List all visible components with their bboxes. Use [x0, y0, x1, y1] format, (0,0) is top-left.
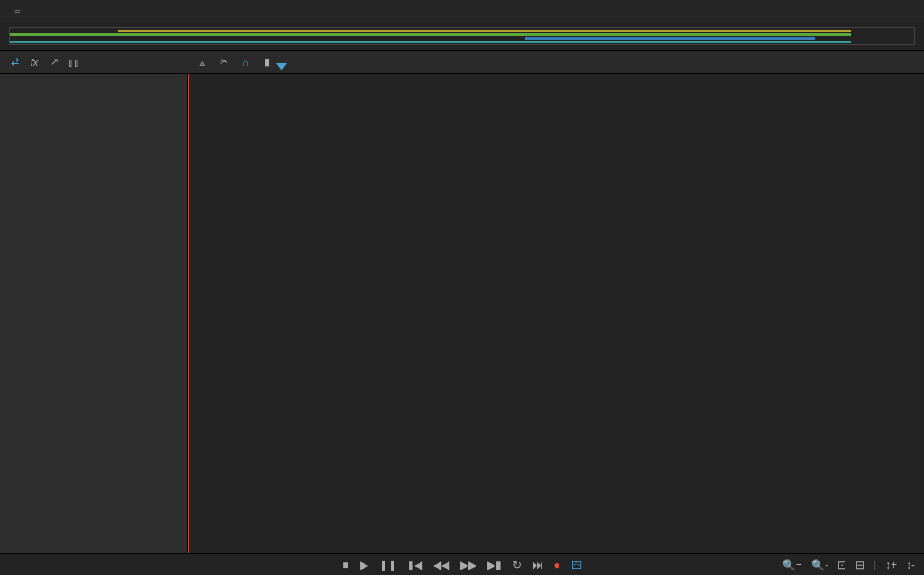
fx-icon[interactable]: fx	[27, 55, 42, 70]
track-headers	[0, 74, 188, 553]
zoom-in-v-icon[interactable]: ↕+	[885, 559, 897, 571]
stop-button[interactable]: ■	[342, 559, 348, 571]
zoom-out-h-icon[interactable]: 🔍-	[811, 559, 828, 571]
pause-button[interactable]: ❚❚	[379, 559, 397, 571]
eq-icon[interactable]: ⫿⫿	[67, 55, 81, 70]
zoom-in-h-icon[interactable]: 🔍+	[782, 559, 802, 571]
record-button[interactable]: ●	[554, 559, 560, 571]
toolbar: ⇄ fx ↗ ⫿⫿ ⟁ ✂ ∩ ▮	[0, 51, 924, 74]
play-button[interactable]: ▶	[360, 559, 368, 571]
loop-button[interactable]: ↻	[513, 559, 522, 571]
zoom-out-v-icon[interactable]: ↕-	[906, 559, 915, 571]
snap-icon[interactable]: ∩	[238, 55, 253, 70]
session-overview[interactable]	[0, 23, 924, 51]
go-start-button[interactable]: ▮◀	[408, 559, 422, 571]
time-ruler[interactable]	[282, 51, 924, 73]
transport-bar: ■ ▶ ❚❚ ▮◀ ◀◀ ▶▶ ▶▮ ↻ ⏭ ● ⮹ 🔍+ 🔍- ⊡ ⊟ | ↕…	[0, 553, 924, 575]
zoom-controls: 🔍+ 🔍- ⊡ ⊟ | ↕+ ↕-	[782, 559, 915, 571]
playhead-handle[interactable]	[276, 63, 287, 70]
overview-strip[interactable]	[9, 27, 915, 45]
playhead-line[interactable]	[188, 74, 189, 553]
editor-tab[interactable]: ≡	[9, 6, 20, 17]
compass-icon[interactable]: ⟁	[195, 55, 209, 70]
zoom-sel-icon[interactable]: ⊟	[855, 559, 864, 571]
go-end-button[interactable]: ▶▮	[487, 559, 502, 571]
export-button[interactable]: ⮹	[571, 559, 582, 571]
send-icon[interactable]: ↗	[47, 55, 61, 70]
cut-icon[interactable]: ✂	[217, 55, 231, 70]
crossfade-icon[interactable]: ⇄	[7, 55, 22, 70]
marker-icon[interactable]: ▮	[260, 55, 274, 70]
forward-button[interactable]: ▶▶	[460, 559, 476, 571]
transport-controls: ■ ▶ ❚❚ ▮◀ ◀◀ ▶▶ ▶▮ ↻ ⏭ ● ⮹	[342, 559, 582, 571]
tracks-area	[0, 74, 924, 553]
skip-button[interactable]: ⏭	[532, 559, 543, 571]
rewind-button[interactable]: ◀◀	[433, 559, 449, 571]
title-bar: ≡	[0, 0, 924, 23]
zoom-fit-icon[interactable]: ⊡	[837, 559, 846, 571]
tab-menu-icon[interactable]: ≡	[14, 6, 20, 17]
track-lanes[interactable]	[188, 74, 924, 553]
